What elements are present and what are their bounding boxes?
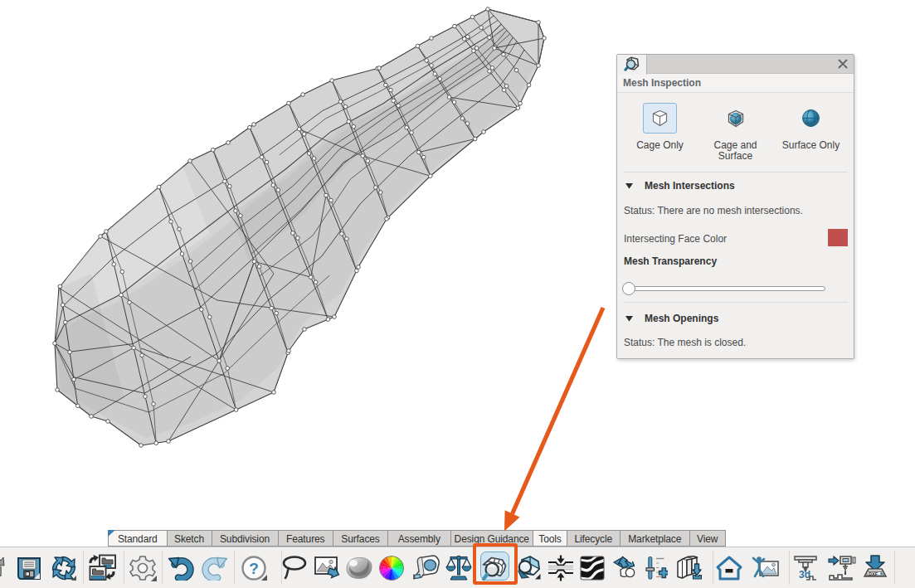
svg-text:3d: 3d [799, 569, 810, 581]
svg-text:DXF: DXF [869, 571, 878, 576]
svg-text:?: ? [249, 560, 259, 577]
